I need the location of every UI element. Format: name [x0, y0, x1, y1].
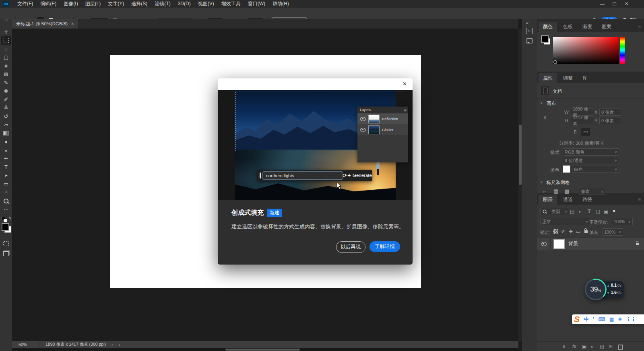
new-group-icon[interactable]: ▤	[600, 344, 604, 349]
new-layer-icon[interactable]: ⊞	[609, 344, 613, 349]
tab-patterns[interactable]: 图案	[597, 22, 616, 32]
delete-layer-icon[interactable]	[618, 345, 623, 350]
learn-more-button[interactable]: 了解详情	[369, 241, 400, 252]
zoom-tool[interactable]	[1, 197, 11, 205]
history-brush-tool[interactable]: ↺	[1, 112, 11, 121]
rectangular-marquee-tool[interactable]	[1, 36, 11, 45]
tab-properties[interactable]: 属性	[539, 73, 557, 83]
crop-tool[interactable]: #	[1, 62, 11, 70]
bit-depth-dropdown[interactable]: 8 位/通道∨	[563, 157, 619, 164]
color-field[interactable]	[553, 37, 619, 64]
menu-help[interactable]: 帮助(H)	[269, 0, 293, 8]
menu-view[interactable]: 视图(V)	[194, 0, 218, 8]
default-swap-colors[interactable]: ↰	[1, 216, 11, 222]
menu-plugins[interactable]: 增效工具	[218, 0, 244, 8]
filter-type-layers-icon[interactable]: T	[588, 209, 590, 214]
scroll-left-arrow-icon[interactable]: ‹	[119, 342, 120, 347]
filter-pixel-layers-icon[interactable]: ▤	[570, 209, 574, 214]
lock-artboard-icon[interactable]: ▭	[576, 229, 580, 234]
later-button[interactable]: 以后再说	[336, 241, 365, 253]
landscape-orientation-button[interactable]: ▭	[581, 128, 590, 136]
portrait-orientation-button[interactable]: ▯	[571, 128, 579, 136]
lock-transparency-icon[interactable]	[553, 229, 558, 234]
units-dropdown[interactable]: 像素∨	[579, 188, 605, 195]
toolbar-grip[interactable]: ⠿⠿	[0, 19, 12, 22]
blur-tool[interactable]: ♦	[1, 138, 11, 146]
vertical-scrollbar-thumb[interactable]	[519, 125, 522, 185]
layers-panel-menu-icon[interactable]: ≡	[638, 197, 641, 203]
quick-mask-button[interactable]	[1, 239, 11, 248]
color-mode-dropdown[interactable]: RGB 颜色∨	[563, 148, 619, 156]
foreground-color-swatch[interactable]	[2, 223, 9, 231]
object-selection-tool[interactable]: ▢	[1, 53, 11, 62]
clone-stamp-tool[interactable]: ┻	[1, 104, 11, 112]
canvas-section-chevron-icon[interactable]: ∨	[540, 101, 543, 105]
hand-tool[interactable]: ☝	[1, 188, 11, 197]
rectangle-tool[interactable]: ▭	[1, 180, 11, 188]
ime-toolbox-icon[interactable]: ❖	[618, 316, 622, 322]
rulers-toggle-icon[interactable]: ⌐	[543, 188, 546, 194]
gradient-tool[interactable]	[1, 129, 11, 138]
vertical-scrollbar[interactable]	[518, 29, 522, 341]
rulers-section-chevron-icon[interactable]: ∨	[540, 180, 543, 184]
layer-name[interactable]: 背景	[568, 240, 578, 247]
move-tool[interactable]: ✛	[1, 28, 11, 36]
opacity-dropdown[interactable]: 100%∨	[612, 218, 633, 225]
menu-file[interactable]: 文件(F)	[14, 0, 37, 8]
foreground-swatch[interactable]	[541, 35, 549, 43]
frame-tool[interactable]: ⊠	[1, 70, 11, 78]
canvas-height-field[interactable]: 1417 像素	[571, 117, 593, 124]
dodge-tool[interactable]: ◒	[1, 146, 11, 154]
menu-image[interactable]: 图像(I)	[60, 0, 81, 8]
tab-swatches[interactable]: 色板	[559, 22, 577, 32]
screen-mode-button[interactable]	[1, 249, 11, 258]
prompt-bar-grip[interactable]	[260, 172, 261, 179]
collapsed-panel-icon-1[interactable]: 5	[526, 28, 533, 34]
filter-toggle-icon[interactable]: ●	[613, 208, 615, 213]
tab-color[interactable]: 颜色	[539, 22, 557, 32]
tab-libraries[interactable]: 库	[578, 73, 592, 83]
canvas-fill-dropdown[interactable]: 白色∨	[572, 166, 619, 173]
menu-type[interactable]: 文字(Y)	[104, 0, 128, 8]
menu-filter[interactable]: 滤镜(T)	[151, 0, 174, 8]
horizontal-scrollbar-thumb[interactable]	[225, 349, 300, 351]
sogou-logo-icon[interactable]: S	[574, 314, 580, 324]
layer-filter-dropdown[interactable]: 类型∨	[540, 208, 569, 215]
layer-thumbnail[interactable]	[553, 239, 565, 249]
ime-more-icon[interactable]: ⋮⋮	[626, 316, 636, 322]
layer-effects-icon[interactable]: fx	[572, 344, 576, 349]
tab-paths[interactable]: 路径	[578, 195, 597, 205]
ime-toolbar[interactable]: S 中 ’ ⌨ ▦ ❖ ⋮⋮	[572, 314, 644, 324]
path-selection-tool[interactable]: ➤	[1, 171, 11, 180]
eraser-tool[interactable]: ▱	[1, 121, 11, 129]
lock-all-icon[interactable]	[584, 230, 588, 233]
menu-window[interactable]: 窗口(W)	[244, 0, 269, 8]
tab-gradients[interactable]: 渐变	[578, 22, 597, 32]
tab-adjustments[interactable]: 调整	[559, 73, 577, 83]
comments-panel-icon[interactable]	[526, 38, 533, 43]
filter-smart-objects-icon[interactable]: ▣	[604, 209, 608, 214]
ime-chinese-mode-icon[interactable]: 中	[584, 316, 589, 323]
healing-brush-tool[interactable]: ✚	[1, 87, 11, 95]
fill-dropdown[interactable]: 100%∨	[602, 228, 623, 236]
pixel-grid-toggle-icon[interactable]: ▩	[564, 188, 569, 194]
window-close-button[interactable]: ✕	[621, 0, 632, 8]
pen-tool[interactable]: ✒	[1, 154, 11, 163]
ime-punctuation-icon[interactable]: ’	[593, 316, 594, 322]
tab-layers[interactable]: 图层	[539, 195, 557, 205]
hue-slider[interactable]	[620, 37, 625, 64]
performance-gauge[interactable]: 39%	[585, 279, 607, 300]
canvas-x-field[interactable]: 0 像素	[599, 109, 621, 116]
window-minimize-button[interactable]: —	[597, 0, 608, 8]
menu-layer[interactable]: 图层(L)	[82, 0, 105, 8]
menu-edit[interactable]: 编辑(E)	[37, 0, 60, 8]
horizontal-scrollbar[interactable]	[12, 348, 518, 351]
filter-adjustment-layers-icon[interactable]: ◐	[579, 209, 582, 214]
edit-toolbar-button[interactable]: ⋯	[1, 205, 11, 213]
adjustment-layer-icon[interactable]: ◐	[591, 344, 594, 349]
menu-select[interactable]: 选择(S)	[128, 0, 151, 8]
tab-channels[interactable]: 通道	[559, 195, 577, 205]
color-swatches[interactable]	[0, 222, 12, 236]
ime-voice-icon[interactable]: ⌨	[598, 316, 605, 322]
brush-tool[interactable]: ✐	[1, 95, 11, 104]
